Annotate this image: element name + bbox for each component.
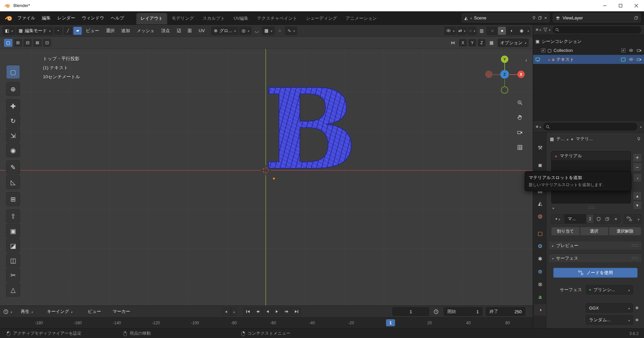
select-button[interactable]: 選択 <box>580 227 608 236</box>
tool-annotate[interactable] <box>6 160 20 174</box>
eye-icon[interactable] <box>629 48 634 53</box>
select-mode-subtract-button[interactable] <box>23 39 32 47</box>
face-select-button[interactable] <box>73 27 82 35</box>
options-dropdown[interactable]: オプション <box>498 38 529 47</box>
overlays-dropdown[interactable] <box>467 26 476 35</box>
jump-to-end-button[interactable] <box>292 308 301 316</box>
timeline-ruler[interactable]: -180 -160 -140 -120 -100 -80 -60 -40 -20… <box>0 317 533 328</box>
tab-tool[interactable] <box>534 142 546 154</box>
snap-toggle[interactable] <box>252 26 261 35</box>
tool-inset-faces[interactable] <box>6 224 20 238</box>
camera-view-button[interactable] <box>515 128 524 137</box>
proportional-falloff-dropdown[interactable] <box>285 26 297 35</box>
browse-material-button[interactable] <box>551 214 564 224</box>
maximize-button[interactable] <box>613 0 628 11</box>
add-material-slot-button[interactable] <box>633 153 642 162</box>
collection-exclude-checkbox[interactable] <box>621 48 626 53</box>
mirror-z-button[interactable]: Z <box>478 39 486 47</box>
breadcrumb-object-label[interactable]: テ... <box>556 136 564 142</box>
gizmo-axis-neg-x[interactable] <box>485 71 493 78</box>
select-mode-new-button[interactable] <box>4 39 12 47</box>
tool-rotate[interactable] <box>6 114 20 128</box>
tool-cursor[interactable] <box>6 82 20 96</box>
close-icon[interactable] <box>544 16 547 20</box>
editor-type-button[interactable] <box>2 26 15 35</box>
eye-icon[interactable] <box>629 57 634 62</box>
tab-modifiers[interactable] <box>534 241 546 252</box>
vertex-select-button[interactable] <box>54 27 62 35</box>
edge-select-button[interactable] <box>64 27 72 35</box>
tab-shading[interactable]: シェーディング <box>302 13 341 24</box>
shading-solid-button[interactable] <box>498 27 506 35</box>
menu-uv[interactable]: UV <box>196 28 208 33</box>
play-reverse-button[interactable] <box>263 308 272 316</box>
gizmo-axis-y[interactable]: Y <box>501 56 508 63</box>
new-material-button[interactable] <box>603 214 611 224</box>
visibility-dropdown[interactable] <box>444 26 456 35</box>
snap-target-dropdown[interactable] <box>262 26 275 35</box>
menu-view-timeline[interactable]: ビュー <box>88 307 101 316</box>
gizmo-axis-neg-y[interactable] <box>501 86 508 94</box>
zoom-button[interactable] <box>515 98 524 107</box>
tab-modeling[interactable]: モデリング <box>167 13 198 24</box>
tool-select-box[interactable] <box>6 65 20 79</box>
next-keyframe-button[interactable] <box>282 308 291 316</box>
shading-wireframe-button[interactable] <box>488 27 496 35</box>
remove-material-slot-button[interactable] <box>633 163 642 171</box>
deselect-button[interactable]: 選択解除 <box>609 227 641 236</box>
xray-toggle[interactable] <box>477 26 486 35</box>
tab-material[interactable] <box>534 304 546 316</box>
sidebar-toggle[interactable] <box>525 58 527 63</box>
menu-edge[interactable]: 辺 <box>174 28 184 34</box>
collection-checkbox[interactable] <box>541 48 545 53</box>
properties-search-input[interactable] <box>552 124 635 129</box>
select-mode-invert-button[interactable] <box>33 39 42 47</box>
tab-layout[interactable]: レイアウト <box>136 13 168 24</box>
resize-grip-icon[interactable] <box>588 205 595 210</box>
current-frame-field[interactable]: 1 <box>392 307 429 316</box>
tool-poly-build[interactable] <box>6 283 20 297</box>
tab-sculpting[interactable]: スカルプト <box>198 13 230 24</box>
outliner-row-text-object[interactable]: テキスト <box>533 55 644 64</box>
node-tree-options-button[interactable] <box>635 214 641 224</box>
tab-object-data[interactable] <box>534 291 546 303</box>
menu-add[interactable]: 追加 <box>118 28 133 34</box>
tool-move[interactable] <box>6 99 20 113</box>
tab-particles[interactable] <box>534 253 546 265</box>
play-button[interactable] <box>272 308 281 316</box>
move-slot-down-button[interactable] <box>633 201 642 209</box>
viewport-3d[interactable]: B トップ・平行投影 (1) テキスト 10センチメートル Y Z X <box>0 49 533 306</box>
menu-select[interactable]: 選択 <box>103 28 118 34</box>
slot-specials-button[interactable] <box>633 173 642 182</box>
panel-grip-icon[interactable] <box>632 243 639 248</box>
pan-hand-button[interactable] <box>515 112 524 122</box>
gizmo-axis-z[interactable]: Z <box>500 70 509 79</box>
animate-property-dot[interactable] <box>636 319 638 321</box>
pin-icon[interactable] <box>637 137 641 141</box>
tab-scene[interactable] <box>534 198 546 209</box>
pin-icon[interactable] <box>532 16 536 20</box>
tab-render[interactable] <box>534 160 546 171</box>
surface-panel-header[interactable]: サーフェス <box>549 254 642 263</box>
menu-file[interactable]: ファイル <box>14 14 39 22</box>
tab-object[interactable] <box>534 228 546 239</box>
scene-selector[interactable]: Scene <box>462 13 550 22</box>
breadcrumb-material-label[interactable]: マテリ... <box>576 136 593 142</box>
jump-to-start-button[interactable] <box>243 308 252 316</box>
camera-render-icon[interactable] <box>637 57 642 62</box>
use-preview-range-button[interactable] <box>434 307 439 316</box>
unlink-material-button[interactable] <box>612 214 620 224</box>
menu-keying[interactable]: キーイング <box>47 307 72 316</box>
snap-grid-button[interactable] <box>487 38 496 47</box>
autokey-record-button[interactable] <box>222 308 231 316</box>
pivot-point-dropdown[interactable] <box>239 26 252 35</box>
autokey-options-button[interactable] <box>231 308 237 316</box>
tool-scale[interactable] <box>6 129 20 143</box>
proportional-edit-toggle[interactable] <box>275 26 284 35</box>
expand-icon[interactable] <box>548 57 550 62</box>
menu-vertex[interactable]: 頂点 <box>158 28 173 34</box>
tab-constraints[interactable] <box>534 279 546 290</box>
fake-user-button[interactable] <box>594 214 602 224</box>
material-slot-item[interactable]: マテリアル <box>552 152 631 161</box>
mirror-x-button[interactable]: X <box>459 39 467 47</box>
